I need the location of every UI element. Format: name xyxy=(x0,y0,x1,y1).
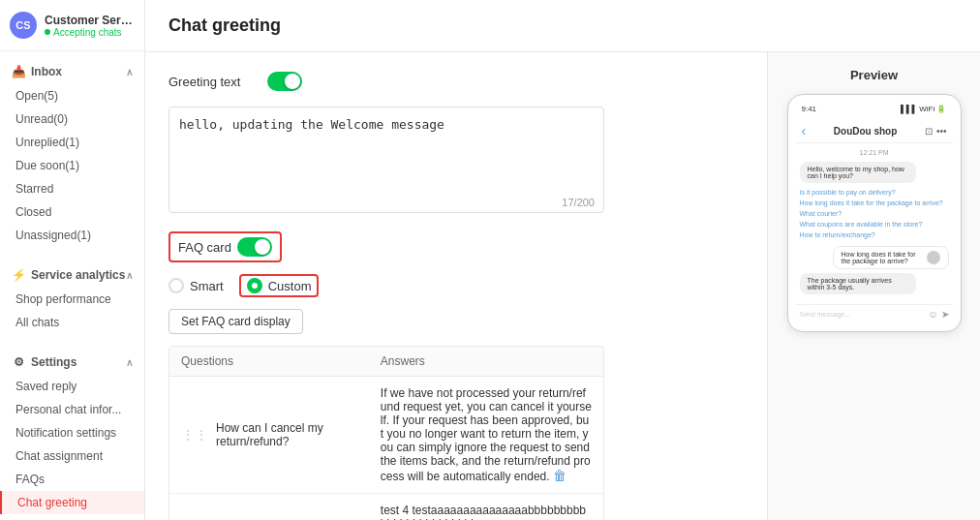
faq-option-1[interactable]: How long does it take for the package to… xyxy=(800,198,949,208)
set-faq-button[interactable]: Set FAQ card display xyxy=(168,309,303,334)
bot-greeting-text: Hello, welcome to my shop, how can I hel… xyxy=(808,166,904,179)
analytics-section: ⚡ Service analytics ∧ Shop performance A… xyxy=(0,255,144,342)
main-area: Chat greeting Greeting text hello, updat… xyxy=(145,0,980,520)
analytics-label: Service analytics xyxy=(31,268,125,282)
preview-panel: Preview 9:41 ▌▌▌ WiFi 🔋 ‹ DouDou shop ⊡ … xyxy=(767,52,980,520)
greeting-text-toggle[interactable] xyxy=(267,72,302,91)
main-body: Greeting text hello, updating the Welcom… xyxy=(145,52,980,520)
greeting-text-row: Greeting text xyxy=(168,72,744,91)
settings-section: ⚙ Settings ∧ Saved reply Personal chat i… xyxy=(0,342,144,520)
sidebar-item-all-chats[interactable]: All chats xyxy=(0,311,144,334)
bot-greeting-bubble: Hello, welcome to my shop, how can I hel… xyxy=(800,162,916,183)
phone-status-bar: 9:41 ▌▌▌ WiFi 🔋 xyxy=(796,103,953,115)
analytics-icon: ⚡ xyxy=(12,268,25,282)
radio-smart-label: Smart xyxy=(190,279,224,293)
answer-text-1: test 4 testaaaaaaaaaaaaaaabbbbbbbbbbbbbb… xyxy=(381,504,591,520)
sidebar-item-chat-greeting[interactable]: Chat greeting xyxy=(0,491,144,514)
user-question-text: How long does it take for the package to… xyxy=(842,251,923,264)
faq-table: Questions Answers ⋮⋮ How can I cancel my… xyxy=(168,346,604,520)
back-icon[interactable]: ‹ xyxy=(802,123,807,138)
phone-signal: ▌▌▌ WiFi 🔋 xyxy=(901,105,946,113)
shop-name: DouDou shop xyxy=(810,126,921,137)
radio-custom-label: Custom xyxy=(268,279,312,293)
analytics-section-header[interactable]: ⚡ Service analytics ∧ xyxy=(0,262,144,288)
sidebar-item-unassigned[interactable]: Unassigned(1) xyxy=(0,224,144,247)
bot-reply-bubble: The package usually arrives within 3-5 d… xyxy=(800,273,916,294)
sidebar-item-due-soon[interactable]: Due soon(1) xyxy=(0,154,144,177)
sidebar-item-chat-assignment[interactable]: Chat assignment xyxy=(0,444,144,468)
sidebar-item-faqs[interactable]: FAQs xyxy=(0,468,144,491)
sidebar: CS Customer Servic... Accepting chats 📥 … xyxy=(0,0,145,520)
page-title: Chat greeting xyxy=(168,15,957,36)
phone-icon-2: ••• xyxy=(936,126,947,137)
phone-input-bar: Send message... ☺ ➤ xyxy=(796,304,953,323)
phone-header-icons: ⊡ ••• xyxy=(925,126,947,137)
sidebar-item-personal-chat-info[interactable]: Personal chat infor... xyxy=(0,398,144,421)
sidebar-status: Accepting chats xyxy=(45,27,135,38)
phone-send-icons: ☺ ➤ xyxy=(928,309,948,320)
phone-chat-body: 12:21 PM Hello, welcome to my shop, how … xyxy=(796,143,953,304)
sidebar-header[interactable]: CS Customer Servic... Accepting chats xyxy=(0,0,144,51)
faq-options: Is it possible to pay on delivery? How l… xyxy=(800,187,949,240)
inbox-chevron: ∧ xyxy=(126,67,133,77)
greeting-text-label: Greeting text xyxy=(168,75,256,89)
faq-card-row: FAQ card xyxy=(168,231,744,262)
bot-reply-text: The package usually arrives within 3-5 d… xyxy=(808,277,892,291)
textarea-wrapper: hello, updating the Welcome message 17/2… xyxy=(168,107,604,216)
radio-custom-circle xyxy=(247,278,262,293)
radio-group: Smart Custom xyxy=(168,274,744,297)
phone-icon-1: ⊡ xyxy=(925,126,933,137)
phone-send-icon[interactable]: ➤ xyxy=(941,309,949,320)
sidebar-item-notification-settings[interactable]: Notification settings xyxy=(0,421,144,444)
sidebar-account-name: Customer Servic... xyxy=(45,14,135,27)
table-row: ⋮⋮ How can I cancel my return/refund? If… xyxy=(169,377,603,494)
faq-cell-answer-1: test 4 testaaaaaaaaaaaaaaabbbbbbbbbbbbbb… xyxy=(369,494,603,520)
delete-icon-0[interactable]: 🗑 xyxy=(553,468,567,483)
settings-chevron: ∧ xyxy=(126,357,133,368)
sidebar-item-closed[interactable]: Closed xyxy=(0,200,144,224)
col-questions: Questions xyxy=(169,347,369,376)
question-text-0: How can I cancel my return/refund? xyxy=(216,421,357,448)
phone-chat-header: ‹ DouDou shop ⊡ ••• xyxy=(796,119,953,143)
table-row: ⋮⋮ test 4 test 4 testaaaaaaaaaaaaaaabbbb… xyxy=(169,494,603,520)
phone-time: 9:41 xyxy=(802,105,817,113)
chat-time: 12:21 PM xyxy=(800,149,949,156)
user-question-bubble: How long does it take for the package to… xyxy=(833,246,949,269)
sidebar-item-open[interactable]: Open(5) xyxy=(0,84,144,107)
sidebar-item-saved-reply[interactable]: Saved reply xyxy=(0,375,144,398)
sidebar-item-starred[interactable]: Starred xyxy=(0,177,144,200)
col-answers: Answers xyxy=(369,347,603,376)
main-header: Chat greeting xyxy=(145,0,980,52)
main-content: Greeting text hello, updating the Welcom… xyxy=(145,52,767,520)
inbox-section: 📥 Inbox ∧ Open(5) Unread(0) Unreplied(1)… xyxy=(0,51,144,255)
settings-label: Settings xyxy=(31,355,77,369)
settings-section-header[interactable]: ⚙ Settings ∧ xyxy=(0,350,144,375)
inbox-icon: 📥 xyxy=(12,65,25,78)
inbox-section-header[interactable]: 📥 Inbox ∧ xyxy=(0,59,144,84)
greeting-textarea[interactable]: hello, updating the Welcome message xyxy=(168,107,604,213)
sidebar-item-unreplied[interactable]: Unreplied(1) xyxy=(0,131,144,154)
phone-input-placeholder: Send message... xyxy=(800,311,925,318)
radio-custom[interactable]: Custom xyxy=(239,274,320,297)
phone-mockup: 9:41 ▌▌▌ WiFi 🔋 ‹ DouDou shop ⊡ ••• 12:2… xyxy=(787,94,962,332)
drag-handle-0[interactable]: ⋮⋮ xyxy=(181,427,208,443)
faq-card-toggle[interactable] xyxy=(237,237,272,257)
analytics-chevron: ∧ xyxy=(126,270,133,281)
preview-title: Preview xyxy=(783,68,965,82)
radio-smart[interactable]: Smart xyxy=(168,278,224,293)
faq-option-3[interactable]: What coupons are available in the store? xyxy=(800,219,949,229)
faq-cell-question-1: ⋮⋮ test 4 xyxy=(169,494,369,520)
faq-option-2[interactable]: What courier? xyxy=(800,208,949,219)
sidebar-item-unread[interactable]: Unread(0) xyxy=(0,107,144,131)
faq-option-4[interactable]: How to return/exchange? xyxy=(800,229,949,240)
phone-emoji-icon[interactable]: ☺ xyxy=(928,309,937,320)
sidebar-item-shop-performance[interactable]: Shop performance xyxy=(0,288,144,311)
char-count: 17/200 xyxy=(562,197,595,208)
faq-card-label: FAQ card xyxy=(178,240,231,255)
user-avatar-small xyxy=(927,251,940,264)
inbox-label: Inbox xyxy=(31,65,62,78)
settings-icon: ⚙ xyxy=(12,355,25,369)
faq-option-0[interactable]: Is it possible to pay on delivery? xyxy=(800,187,949,198)
avatar: CS xyxy=(10,12,37,39)
radio-smart-circle xyxy=(168,278,184,293)
